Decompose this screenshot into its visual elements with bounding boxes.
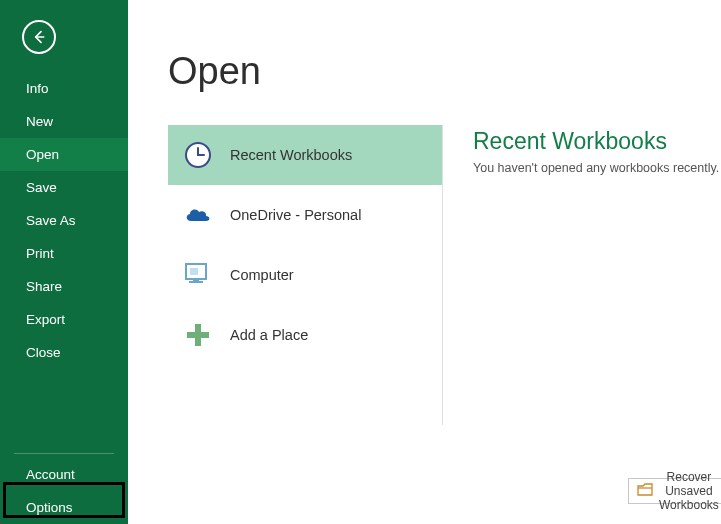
sidebar-item-new[interactable]: New [0,105,128,138]
sidebar-item-save[interactable]: Save [0,171,128,204]
svg-rect-18 [187,332,209,338]
sidebar-item-label: Options [26,500,73,515]
page-title: Open [168,50,261,93]
recover-unsaved-button[interactable]: Recover Unsaved Workbooks [628,478,721,504]
place-onedrive[interactable]: OneDrive - Personal [168,185,442,245]
sidebar-item-options[interactable]: Options [0,491,128,524]
sidebar-item-saveas[interactable]: Save As [0,204,128,237]
recent-panel-message: You haven't opened any workbooks recentl… [473,161,713,175]
svg-rect-14 [190,268,198,275]
sidebar-item-export[interactable]: Export [0,303,128,336]
recent-panel: Recent Workbooks You haven't opened any … [473,128,721,175]
place-label: OneDrive - Personal [230,207,361,223]
svg-rect-15 [193,279,199,281]
place-computer[interactable]: Computer [168,245,442,305]
clock-icon [180,137,216,173]
sidebar-item-share[interactable]: Share [0,270,128,303]
backstage-sidebar: Info New Open Save Save As Print Share E… [0,0,128,524]
sidebar-item-print[interactable]: Print [0,237,128,270]
computer-icon [180,257,216,293]
main-panel: Open Recent Workbooks OneDrive - Persona… [128,0,721,524]
recent-panel-title: Recent Workbooks [473,128,713,155]
folder-icon [637,483,653,499]
sidebar-item-label: New [26,114,53,129]
sidebar-item-label: Save As [26,213,76,228]
back-button[interactable] [22,20,56,54]
sidebar-item-info[interactable]: Info [0,72,128,105]
sidebar-item-label: Share [26,279,62,294]
svg-rect-16 [189,281,203,283]
sidebar-item-label: Open [26,147,59,162]
place-label: Recent Workbooks [230,147,352,163]
sidebar-item-label: Close [26,345,61,360]
places-list: Recent Workbooks OneDrive - Personal Com… [168,125,443,425]
place-add-place[interactable]: Add a Place [168,305,442,365]
sidebar-item-close[interactable]: Close [0,336,128,369]
sidebar-item-label: Export [26,312,65,327]
place-recent-workbooks[interactable]: Recent Workbooks [168,125,442,185]
sidebar-item-open[interactable]: Open [0,138,128,171]
sidebar-item-label: Account [26,467,75,482]
sidebar-item-label: Print [26,246,54,261]
plus-icon [180,317,216,353]
recover-button-label: Recover Unsaved Workbooks [659,470,719,512]
place-label: Add a Place [230,327,308,343]
sidebar-item-account[interactable]: Account [0,458,128,491]
cloud-icon [180,197,216,233]
sidebar-divider [14,453,114,454]
back-arrow-icon [31,29,47,45]
place-label: Computer [230,267,294,283]
sidebar-item-label: Save [26,180,57,195]
sidebar-item-label: Info [26,81,49,96]
